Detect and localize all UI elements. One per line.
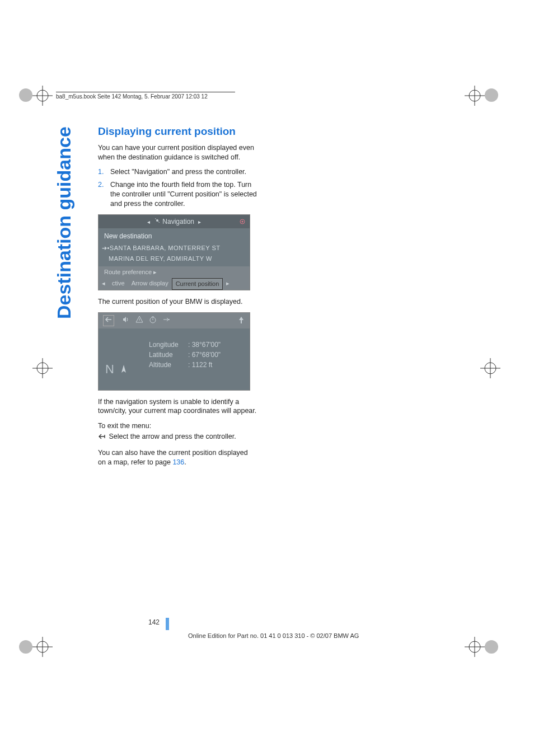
footer-copyright: Online Edition for Part no. 01 41 0 013 …: [188, 632, 359, 639]
latitude-value: : 67°68'00": [188, 350, 221, 360]
destination-line: ➔•SANTA BARBARA, MONTERREY ST: [99, 243, 250, 253]
back-arrow-icon: [98, 433, 107, 443]
chevron-right-icon: ▸: [223, 278, 233, 290]
tab-arrow-display: Arrow display: [128, 278, 172, 290]
unable-paragraph: If the navigation system is unable to id…: [98, 397, 257, 416]
page-heading: Displaying current position: [98, 124, 257, 139]
compass-label: N: [105, 361, 129, 378]
longitude-label: Longitude: [149, 340, 188, 350]
hatched-circle-icon: [16, 637, 36, 657]
bottom-tabs: ◂ ctive Arrow display Current position ▸: [99, 278, 250, 290]
tab-current-position: Current position: [172, 278, 223, 290]
nav-title: Navigation: [162, 218, 194, 226]
hatched-circle-icon: [16, 85, 36, 105]
new-destination-label: New destination: [99, 228, 250, 243]
compass-needle-icon: [119, 364, 129, 374]
step-text: Change into the fourth field from the to…: [110, 180, 257, 209]
back-icon: [103, 315, 114, 327]
step-item: 2. Change into the fourth field from the…: [98, 180, 257, 209]
chevron-left-icon: ◂: [145, 219, 152, 225]
map-reference: You can also have the current position d…: [98, 448, 257, 467]
svg-point-20: [19, 640, 32, 654]
svg-line-23: [155, 218, 156, 219]
altitude-label: Altitude: [149, 360, 188, 370]
gps-icon: [240, 218, 245, 223]
satellite-icon: [154, 218, 162, 226]
hatched-circle-icon: [481, 85, 502, 105]
route-preference-row: Route preference ▸: [99, 266, 250, 278]
svg-point-21: [485, 640, 498, 654]
svg-point-22: [156, 219, 158, 222]
print-mark-icon: [480, 358, 500, 378]
svg-point-19: [485, 88, 498, 102]
clock-icon: [149, 316, 157, 326]
print-mark-icon: [32, 358, 53, 378]
svg-point-32: [168, 319, 170, 320]
step-item: 1. Select "Navigation" and press the con…: [98, 167, 257, 177]
warning-icon: [135, 316, 143, 326]
destination-line: MARINA DEL REY, ADMIRALTY W: [99, 253, 250, 264]
tab-active: ctive: [109, 278, 128, 290]
flag-icon: ➔•: [102, 245, 110, 251]
up-arrow-icon: [237, 316, 245, 327]
svg-point-18: [19, 88, 32, 102]
page-number: 142: [148, 618, 160, 626]
coordinates-block: Longitude: 38°67'00" Latitude: 67°68'00"…: [149, 340, 221, 370]
svg-point-26: [242, 220, 243, 222]
section-title-vertical: Destination guidance: [53, 126, 75, 319]
nav-screenshot: ◂ Navigation ▸ New destination ➔•SANTA B…: [98, 214, 250, 290]
arrow-icon: [162, 316, 170, 326]
page-number-bar: [166, 618, 169, 630]
step-number: 1.: [98, 167, 110, 177]
step-text: Select "Navigation" and press the contro…: [110, 167, 246, 177]
latitude-label: Latitude: [149, 350, 188, 360]
exit-label: To exit the menu:: [98, 421, 257, 431]
hatched-circle-icon: [481, 637, 502, 657]
chevron-left-icon: ◂: [99, 278, 109, 290]
print-header: ba8_m5us.book Seite 142 Montag, 5. Febru…: [56, 92, 235, 100]
step-number: 2.: [98, 180, 110, 209]
nav-header: ◂ Navigation ▸: [99, 215, 250, 228]
intro-paragraph: You can have your current position displ…: [98, 143, 257, 162]
svg-line-24: [158, 222, 160, 223]
altitude-value: : 1122 ft: [188, 360, 212, 370]
after-nav-text: The current position of your BMW is disp…: [98, 297, 257, 307]
icon-bar: [99, 313, 250, 329]
position-screenshot: N Longitude: 38°67'00" Latitude: 67°68'0…: [98, 312, 250, 391]
longitude-value: : 38°67'00": [188, 340, 221, 350]
speaker-icon: [122, 316, 130, 326]
page-link[interactable]: 136: [172, 458, 184, 466]
exit-instruction: Select the arrow and press the controlle…: [98, 432, 257, 443]
chevron-right-icon: ▸: [196, 219, 203, 225]
